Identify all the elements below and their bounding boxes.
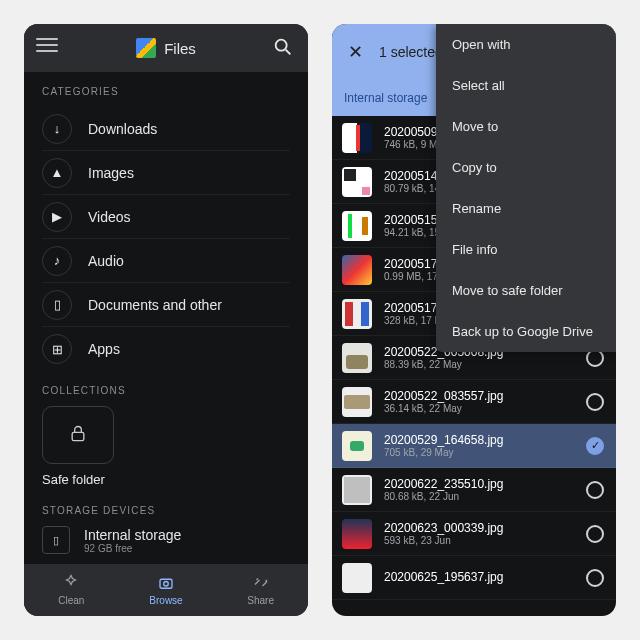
category-row-apps[interactable]: ⊞Apps [42,327,290,371]
tab-browse[interactable]: Browse [119,564,214,616]
tab-browse-label: Browse [149,595,182,606]
file-thumbnail [342,475,372,505]
tab-clean-label: Clean [58,595,84,606]
menu-item-copy-to[interactable]: Copy to [436,147,616,188]
svg-line-1 [286,50,291,55]
safe-folder-button[interactable] [42,406,114,464]
collections-header: COLLECTIONS [42,385,290,396]
file-thumbnail [342,167,372,197]
file-thumbnail [342,387,372,417]
svg-rect-2 [72,432,84,440]
category-label: Videos [88,209,131,225]
radio-icon[interactable] [586,393,604,411]
file-meta: 88.39 kB, 22 May [384,359,503,370]
file-row[interactable]: 20200522_083557.jpg36.14 kB, 22 May [332,380,616,424]
tab-share-label: Share [247,595,274,606]
svg-rect-3 [160,579,172,588]
safe-folder-label: Safe folder [42,472,290,487]
menu-item-open-with[interactable]: Open with [436,24,616,65]
titlebar: Files [24,24,308,72]
category-row-videos[interactable]: ▶Videos [42,195,290,239]
file-meta: 705 kB, 29 May [384,447,503,458]
storage-free: 92 GB free [84,543,181,554]
crumb-internal[interactable]: Internal storage [344,91,427,105]
file-row[interactable]: 20200625_195637.jpg [332,556,616,600]
menu-item-move-to-safe-folder[interactable]: Move to safe folder [436,270,616,311]
category-icon: ♪ [42,246,72,276]
category-icon: ▯ [42,290,72,320]
bottom-tabs: Clean Browse Share [24,564,308,616]
category-row-images[interactable]: ▲Images [42,151,290,195]
file-thumbnail [342,563,372,593]
menu-item-back-up-to-google-drive[interactable]: Back up to Google Drive [436,311,616,352]
category-row-downloads[interactable]: ↓Downloads [42,107,290,151]
file-thumbnail [342,431,372,461]
radio-icon[interactable] [586,481,604,499]
phone-icon: ▯ [42,526,70,554]
radio-icon[interactable] [586,525,604,543]
file-row[interactable]: 20200623_000339.jpg593 kB, 23 Jun [332,512,616,556]
search-icon[interactable] [272,36,294,58]
file-thumbnail [342,211,372,241]
category-icon: ↓ [42,114,72,144]
radio-icon[interactable] [586,569,604,587]
categories-header: CATEGORIES [42,86,290,97]
tab-clean[interactable]: Clean [24,564,119,616]
category-label: Documents and other [88,297,222,313]
hamburger-icon[interactable] [36,38,58,52]
category-row-audio[interactable]: ♪Audio [42,239,290,283]
selection-bar: ✕ 1 selected Open withSelect allMove toC… [332,24,616,80]
file-meta: 80.68 kB, 22 Jun [384,491,503,502]
app-title: Files [164,40,196,57]
close-icon[interactable]: ✕ [348,41,363,63]
category-label: Downloads [88,121,157,137]
category-icon: ▶ [42,202,72,232]
file-name: 20200622_235510.jpg [384,477,503,491]
storage-name: Internal storage [84,527,181,543]
file-name: 20200625_195637.jpg [384,570,503,584]
tab-share[interactable]: Share [213,564,308,616]
category-icon: ⊞ [42,334,72,364]
svg-point-4 [164,582,169,587]
category-icon: ▲ [42,158,72,188]
menu-item-select-all[interactable]: Select all [436,65,616,106]
files-app-left: Files CATEGORIES ↓Downloads▲Images▶Video… [24,24,308,616]
file-name: 20200529_164658.jpg [384,433,503,447]
menu-item-rename[interactable]: Rename [436,188,616,229]
file-meta: 593 kB, 23 Jun [384,535,503,546]
menu-item-move-to[interactable]: Move to [436,106,616,147]
overflow-menu: Open withSelect allMove toCopy toRenameF… [436,24,616,352]
category-row-documents[interactable]: ▯Documents and other [42,283,290,327]
category-label: Audio [88,253,124,269]
category-label: Images [88,165,134,181]
lock-icon [68,424,88,447]
files-app-right: ✕ 1 selected Open withSelect allMove toC… [332,24,616,616]
file-thumbnail [342,255,372,285]
file-thumbnail [342,343,372,373]
internal-storage-row[interactable]: ▯ Internal storage 92 GB free [42,526,290,554]
svg-point-0 [276,40,287,51]
file-row[interactable]: 20200529_164658.jpg705 kB, 29 May✓ [332,424,616,468]
menu-item-file-info[interactable]: File info [436,229,616,270]
scroll-body[interactable]: CATEGORIES ↓Downloads▲Images▶Videos♪Audi… [24,72,308,564]
selection-count: 1 selected [379,44,443,60]
file-thumbnail [342,299,372,329]
file-name: 20200623_000339.jpg [384,521,503,535]
file-thumbnail [342,519,372,549]
file-row[interactable]: 20200622_235510.jpg80.68 kB, 22 Jun [332,468,616,512]
category-label: Apps [88,341,120,357]
file-meta: 36.14 kB, 22 May [384,403,503,414]
file-thumbnail [342,123,372,153]
storage-header: STORAGE DEVICES [42,505,290,516]
radio-checked-icon[interactable]: ✓ [586,437,604,455]
files-logo-icon [136,38,156,58]
file-name: 20200522_083557.jpg [384,389,503,403]
